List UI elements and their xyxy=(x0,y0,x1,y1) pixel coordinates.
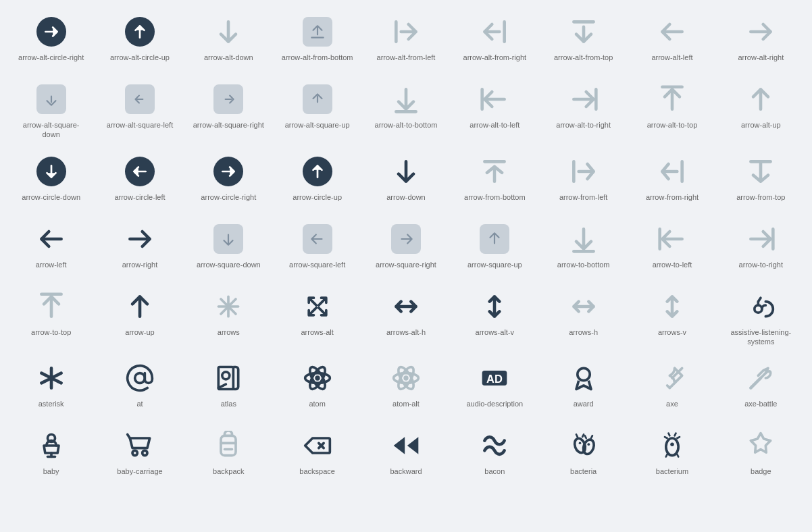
backspace-icon[interactable] xyxy=(303,429,332,462)
arrow-alt-from-right-icon[interactable] xyxy=(480,15,509,49)
arrow-alt-to-right-label: arrow-alt-to-right xyxy=(556,120,611,130)
backward-icon[interactable] xyxy=(391,429,421,462)
arrows-alt-h-icon[interactable] xyxy=(391,290,421,323)
icon-cell-arrow-right: arrow-right xyxy=(95,214,184,282)
icon-cell-arrow-to-bottom: arrow-to-bottom xyxy=(539,214,628,282)
asterisk-icon[interactable] xyxy=(36,361,66,395)
arrow-alt-to-top-label: arrow-alt-to-top xyxy=(647,120,698,130)
arrow-to-bottom-label: arrow-to-bottom xyxy=(557,260,610,269)
arrow-to-left-icon[interactable] xyxy=(657,222,687,256)
icon-cell-arrows-v: arrows-v xyxy=(628,282,716,354)
arrow-square-down-icon[interactable] xyxy=(213,222,243,256)
arrow-alt-down-icon[interactable] xyxy=(213,15,243,49)
icon-cell-arrow-square-right: arrow-square-right xyxy=(361,214,450,282)
badge-icon[interactable] xyxy=(746,429,776,462)
arrow-alt-to-top-icon[interactable] xyxy=(657,82,687,116)
arrow-alt-up-label: arrow-alt-up xyxy=(741,120,781,130)
arrow-circle-down-icon[interactable] xyxy=(36,155,66,188)
arrow-alt-circle-up-label: arrow-alt-circle-up xyxy=(110,53,170,62)
arrow-down-icon[interactable] xyxy=(391,155,421,188)
icon-grid: arrow-alt-circle-rightarrow-alt-circle-u… xyxy=(7,7,805,488)
arrow-to-top-icon[interactable] xyxy=(36,290,66,323)
arrow-to-right-icon[interactable] xyxy=(746,222,776,256)
arrow-alt-to-left-icon[interactable] xyxy=(480,82,509,116)
arrow-right-icon[interactable] xyxy=(125,222,155,256)
arrows-icon[interactable] xyxy=(213,290,243,323)
icon-cell-at: at xyxy=(95,353,184,421)
arrow-alt-square-right-icon[interactable] xyxy=(213,82,243,116)
arrow-from-right-icon[interactable] xyxy=(657,155,687,188)
bacon-icon[interactable] xyxy=(480,429,509,462)
arrow-circle-up-icon[interactable] xyxy=(303,155,332,188)
assistive-listening-systems-icon[interactable] xyxy=(746,290,776,323)
arrows-h-icon[interactable] xyxy=(569,290,599,323)
at-label: at xyxy=(136,399,143,408)
arrow-alt-circle-up-icon[interactable] xyxy=(125,15,155,49)
axe-label: axe xyxy=(666,399,678,408)
axe-battle-icon[interactable] xyxy=(746,361,776,395)
award-icon[interactable] xyxy=(569,361,599,395)
icon-cell-arrow-alt-to-left: arrow-alt-to-left xyxy=(451,74,539,147)
arrow-to-bottom-icon[interactable] xyxy=(569,222,599,256)
arrows-alt-v-icon[interactable] xyxy=(480,290,509,323)
svg-point-8 xyxy=(403,376,408,381)
arrow-square-right-icon[interactable] xyxy=(391,222,421,256)
atlas-icon[interactable] xyxy=(213,361,243,395)
baby-icon[interactable] xyxy=(36,429,66,462)
svg-text:AD: AD xyxy=(486,373,503,385)
arrow-circle-up-label: arrow-circle-up xyxy=(293,192,342,202)
arrow-alt-circle-right-icon[interactable] xyxy=(36,15,66,49)
atom-icon[interactable] xyxy=(303,361,332,395)
arrow-alt-square-down-icon[interactable] xyxy=(36,82,66,116)
arrow-alt-up-icon[interactable] xyxy=(746,82,776,116)
icon-cell-arrow-alt-square-down: arrow-alt-square-down xyxy=(7,74,95,147)
arrow-alt-left-icon[interactable] xyxy=(657,15,687,49)
arrow-from-right-label: arrow-from-right xyxy=(646,192,699,202)
arrow-alt-from-top-icon[interactable] xyxy=(569,15,599,49)
arrows-alt-icon[interactable] xyxy=(303,290,332,323)
svg-point-3 xyxy=(222,372,230,379)
arrow-up-icon[interactable] xyxy=(125,290,155,323)
icon-cell-bacteria: bacteria xyxy=(539,421,628,488)
arrow-alt-to-right-icon[interactable] xyxy=(569,82,599,116)
arrows-v-icon[interactable] xyxy=(657,290,687,323)
arrow-from-left-label: arrow-from-left xyxy=(559,192,608,202)
arrow-alt-to-bottom-icon[interactable] xyxy=(391,82,421,116)
arrow-up-label: arrow-up xyxy=(125,327,154,337)
backpack-icon[interactable] xyxy=(213,429,243,462)
icon-cell-arrow-alt-to-top: arrow-alt-to-top xyxy=(628,74,716,147)
arrow-alt-from-left-icon[interactable] xyxy=(391,15,421,49)
bacterium-label: bacterium xyxy=(656,467,688,476)
arrow-from-left-icon[interactable] xyxy=(569,155,599,188)
arrow-alt-right-icon[interactable] xyxy=(746,15,776,49)
arrows-h-label: arrows-h xyxy=(569,327,598,337)
arrow-square-up-icon[interactable] xyxy=(480,222,509,256)
arrow-alt-square-left-icon[interactable] xyxy=(125,82,155,116)
backpack-label: backpack xyxy=(213,467,244,476)
arrow-square-left-icon[interactable] xyxy=(303,222,332,256)
arrow-alt-square-up-icon[interactable] xyxy=(303,82,332,116)
audio-description-label: audio-description xyxy=(466,399,523,408)
icon-cell-audio-description: ADaudio-description xyxy=(451,353,539,421)
arrows-label: arrows xyxy=(218,327,240,337)
arrow-left-icon[interactable] xyxy=(36,222,66,256)
audio-description-icon[interactable]: AD xyxy=(480,361,509,395)
atom-alt-label: atom-alt xyxy=(392,399,420,408)
arrow-from-top-label: arrow-from-top xyxy=(736,192,785,202)
svg-point-21 xyxy=(578,442,581,445)
arrow-alt-from-bottom-icon[interactable] xyxy=(303,15,332,49)
icon-cell-arrow-square-up: arrow-square-up xyxy=(451,214,539,282)
arrow-square-right-label: arrow-square-right xyxy=(376,260,436,269)
arrow-down-label: arrow-down xyxy=(386,192,425,202)
arrow-circle-right-icon[interactable] xyxy=(213,155,243,188)
bacteria-icon[interactable] xyxy=(569,429,599,462)
axe-icon[interactable] xyxy=(657,361,687,395)
arrow-to-top-label: arrow-to-top xyxy=(31,327,71,337)
arrow-from-top-icon[interactable] xyxy=(746,155,776,188)
arrow-circle-left-icon[interactable] xyxy=(125,155,155,188)
at-icon[interactable] xyxy=(125,361,155,395)
atom-alt-icon[interactable] xyxy=(391,361,421,395)
baby-carriage-icon[interactable] xyxy=(125,429,155,462)
bacterium-icon[interactable] xyxy=(657,429,687,462)
arrow-from-bottom-icon[interactable] xyxy=(480,155,509,188)
